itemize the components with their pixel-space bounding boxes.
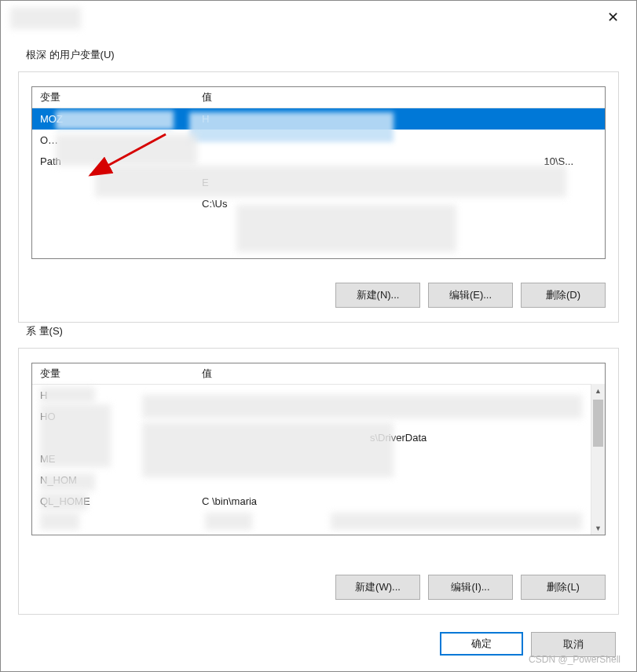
table-row[interactable]: Path 10\S...: [32, 151, 605, 172]
delete-sys-var-button[interactable]: 删除(L): [521, 575, 606, 600]
table-row[interactable]: H: [32, 385, 605, 406]
col-variable[interactable]: 变量: [32, 367, 197, 381]
table-row[interactable]: E: [32, 172, 605, 193]
system-vars-fieldset: 变量 值 H HO s\DriverData: [18, 348, 619, 615]
table-row[interactable]: O…: [32, 130, 605, 151]
table-row[interactable]: QL_HOME C \bin\maria: [32, 491, 605, 512]
user-vars-header: 变量 值: [32, 87, 605, 108]
table-row[interactable]: MOZ H: [32, 108, 605, 130]
scroll-down-icon[interactable]: ▼: [591, 521, 605, 535]
col-value[interactable]: 值: [197, 367, 605, 381]
edit-sys-var-button[interactable]: 编辑(I)...: [428, 575, 513, 600]
scroll-thumb[interactable]: [593, 400, 603, 447]
scroll-up-icon[interactable]: ▲: [591, 384, 605, 397]
table-row[interactable]: N_HOM: [32, 469, 605, 491]
table-row[interactable]: ME: [32, 448, 605, 469]
user-vars-legend: 根深 的用户变量(U): [23, 48, 118, 62]
user-vars-fieldset: 变量 值 MOZ H O… Path 10\S...: [18, 71, 619, 323]
close-button[interactable]: ✕: [597, 5, 628, 29]
ok-button[interactable]: 确定: [440, 632, 523, 656]
user-vars-buttons: 新建(N)... 编辑(E)... 删除(D): [335, 283, 606, 308]
env-vars-dialog: ✕ 根深 的用户变量(U) 变量 值 MOZ H O…: [0, 0, 637, 672]
user-vars-section: 根深 的用户变量(U) 变量 值 MOZ H O…: [18, 56, 619, 331]
table-row[interactable]: s\DriverData: [32, 427, 605, 448]
system-vars-list[interactable]: 变量 值 H HO s\DriverData: [31, 363, 606, 535]
table-row[interactable]: C:\Us: [32, 193, 605, 214]
new-user-var-button[interactable]: 新建(N)...: [335, 283, 420, 308]
scrollbar[interactable]: ▲ ▼: [591, 384, 605, 535]
delete-user-var-button[interactable]: 删除(D): [521, 283, 606, 308]
user-vars-list[interactable]: 变量 值 MOZ H O… Path 10\S...: [31, 86, 606, 259]
system-vars-buttons: 新建(W)... 编辑(I)... 删除(L): [335, 575, 606, 600]
col-variable[interactable]: 变量: [32, 90, 197, 104]
table-row[interactable]: HO: [32, 406, 605, 427]
system-vars-header: 变量 值: [32, 363, 605, 385]
dialog-buttons: 确定 取消: [440, 632, 616, 657]
col-value[interactable]: 值: [197, 90, 605, 104]
cancel-button[interactable]: 取消: [531, 632, 616, 657]
edit-user-var-button[interactable]: 编辑(E)...: [428, 283, 513, 308]
new-sys-var-button[interactable]: 新建(W)...: [335, 575, 420, 600]
system-vars-legend: 系 量(S): [23, 324, 66, 338]
title-blur: [10, 7, 81, 29]
system-vars-section: 系 量(S) 变量 值 H HO: [18, 332, 619, 615]
